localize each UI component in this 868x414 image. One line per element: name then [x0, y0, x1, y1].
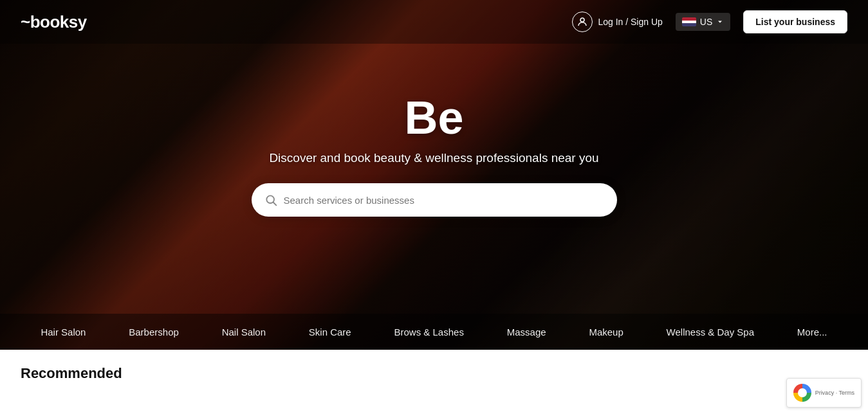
search-bar — [252, 183, 617, 217]
flag-icon — [682, 17, 696, 26]
category-wellness-spa[interactable]: Wellness & Day Spa — [659, 320, 762, 344]
category-massage[interactable]: Massage — [499, 320, 554, 344]
login-button[interactable]: Log In / Sign Up — [572, 12, 662, 32]
locale-selector[interactable]: US — [676, 13, 730, 31]
user-icon — [572, 12, 593, 32]
category-skin-care[interactable]: Skin Care — [301, 320, 359, 344]
search-icon — [264, 194, 277, 206]
category-hair-salon[interactable]: Hair Salon — [33, 320, 93, 344]
category-nav: Hair Salon Barbershop Nail Salon Skin Ca… — [0, 314, 868, 350]
svg-line-2 — [273, 203, 276, 206]
chevron-down-icon — [716, 18, 724, 26]
recaptcha-text: Privacy · Terms — [815, 389, 854, 397]
hero-title: Be — [404, 94, 463, 141]
hero-content: Be Discover and book beauty & wellness p… — [0, 0, 868, 350]
nav-right: Log In / Sign Up US List your business — [572, 10, 847, 33]
search-input[interactable] — [284, 195, 604, 206]
logo[interactable]: ~booksy — [21, 12, 87, 32]
locale-label: US — [700, 17, 712, 27]
category-brows-lashes[interactable]: Brows & Lashes — [387, 320, 472, 344]
hero-section: ~booksy Log In / Sign Up US List your bu… — [0, 0, 868, 350]
navbar: ~booksy Log In / Sign Up US List your bu… — [0, 0, 868, 44]
recaptcha-privacy[interactable]: Privacy — [815, 390, 835, 396]
category-makeup[interactable]: Makeup — [581, 320, 631, 344]
category-barbershop[interactable]: Barbershop — [121, 320, 187, 344]
svg-point-0 — [580, 18, 584, 22]
recaptcha-logo — [793, 384, 811, 402]
category-nail-salon[interactable]: Nail Salon — [214, 320, 273, 344]
recaptcha-badge: Privacy · Terms — [786, 378, 862, 408]
list-business-button[interactable]: List your business — [743, 10, 847, 33]
recommended-title: Recommended — [21, 365, 847, 382]
login-label: Log In / Sign Up — [598, 17, 662, 27]
category-more[interactable]: More... — [790, 320, 835, 344]
hero-subtitle: Discover and book beauty & wellness prof… — [269, 151, 598, 165]
recommended-section: Recommended — [0, 350, 868, 414]
recaptcha-terms[interactable]: Terms — [839, 390, 855, 396]
